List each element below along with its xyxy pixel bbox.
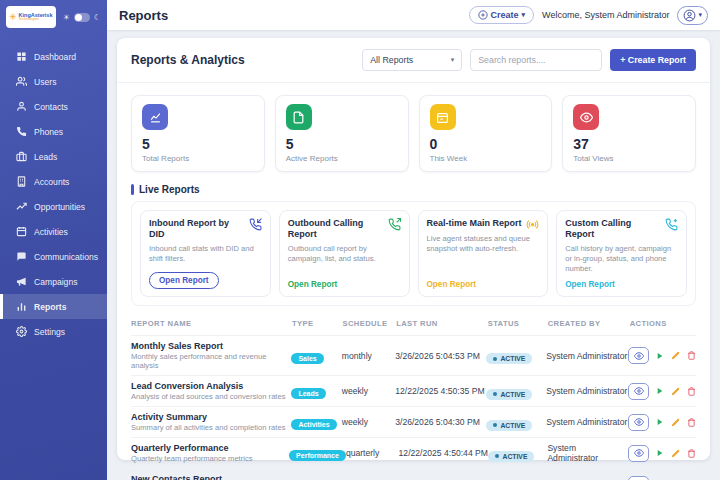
sidebar-item-phones[interactable]: Phones (0, 119, 107, 144)
user-menu-button[interactable]: ▾ (677, 6, 708, 25)
sidebar-item-reports[interactable]: Reports (0, 294, 107, 319)
play-icon (656, 352, 664, 360)
calendar-icon (16, 226, 27, 237)
table-row: Quarterly PerformanceQuarterly team perf… (131, 438, 696, 469)
reports-panel: Reports & Analytics All Reports ▾ + Crea… (117, 38, 710, 460)
trend-chart-icon (16, 201, 27, 212)
open-report-link[interactable]: Open Report (565, 274, 678, 289)
open-report-link[interactable]: Open Report (427, 274, 540, 289)
sidebar-item-activities[interactable]: Activities (0, 219, 107, 244)
live-card-inbound: Inbound Report by DID Inbound call stats… (140, 210, 271, 297)
trash-icon (687, 418, 696, 427)
panel-title: Reports & Analytics (131, 53, 245, 67)
live-card-custom: Custom Calling Report Call history by ag… (556, 210, 687, 297)
live-reports-row: Inbound Report by DID Inbound call stats… (131, 201, 696, 306)
users-icon (16, 76, 27, 87)
theme-switcher: ☀ ☾ (63, 13, 101, 22)
trash-icon (687, 449, 696, 458)
chevron-down-icon: ▾ (522, 11, 526, 19)
report-filter-select[interactable]: All Reports ▾ (362, 49, 462, 71)
run-button[interactable] (656, 352, 664, 360)
delete-button[interactable] (687, 418, 696, 427)
stat-total-reports: 5 Total Reports (131, 95, 265, 172)
phone-plus-icon (665, 218, 678, 231)
phone-outgoing-icon (388, 218, 401, 231)
theme-toggle[interactable] (74, 13, 90, 22)
sidebar-item-campaigns[interactable]: Campaigns (0, 269, 107, 294)
sidebar-item-dashboard[interactable]: Dashboard (0, 44, 107, 69)
brand-logo[interactable]: ✳ KingAsterisk Technologies (6, 6, 56, 28)
search-input[interactable] (470, 49, 602, 71)
eye-icon (634, 448, 644, 458)
bar-chart-icon (16, 301, 27, 312)
sidebar-item-settings[interactable]: Settings (0, 319, 107, 344)
type-badge: Performance (289, 450, 346, 461)
pencil-icon (671, 387, 680, 396)
building-icon (16, 176, 27, 187)
file-icon (292, 111, 305, 124)
sidebar-item-users[interactable]: Users (0, 69, 107, 94)
run-button[interactable] (656, 387, 664, 395)
table-row: Activity SummarySummary of all activitie… (131, 407, 696, 438)
delete-button[interactable] (687, 449, 696, 458)
sidebar-item-leads[interactable]: Leads (0, 144, 107, 169)
chevron-down-icon: ▾ (451, 56, 455, 64)
sidebar-header: ✳ KingAsterisk Technologies ☀ ☾ (0, 0, 107, 34)
delete-button[interactable] (687, 387, 696, 396)
open-report-button[interactable]: Open Report (149, 266, 262, 289)
stat-this-week: 0 This Week (419, 95, 553, 172)
view-button[interactable] (628, 445, 649, 462)
app-window: ✳ KingAsterisk Technologies ☀ ☾ Dashboar… (0, 0, 720, 480)
main-content: Reports & Analytics All Reports ▾ + Crea… (107, 30, 720, 480)
run-button[interactable] (656, 449, 664, 457)
dashboard-icon (16, 51, 27, 62)
page-title: Reports (119, 8, 168, 23)
open-report-link[interactable]: Open Report (288, 274, 401, 289)
edit-button[interactable] (671, 351, 680, 360)
table-row: Lead Conversion AnalysisAnalysis of lead… (131, 376, 696, 407)
live-card-realtime: Real-time Main Report Live agent statuse… (418, 210, 549, 297)
broadcast-icon (526, 218, 539, 231)
pencil-icon (671, 418, 680, 427)
run-button[interactable] (656, 418, 664, 426)
chat-icon (16, 251, 27, 262)
play-icon (656, 449, 664, 457)
status-badge: ACTIVE (486, 420, 532, 431)
topbar: Reports Create ▾ Welcome, System Adminis… (107, 0, 720, 30)
pencil-icon (671, 351, 680, 360)
sidebar-item-contacts[interactable]: Contacts (0, 94, 107, 119)
type-badge: Leads (291, 388, 325, 399)
view-button[interactable] (628, 347, 649, 364)
edit-button[interactable] (671, 418, 680, 427)
type-badge: Sales (291, 353, 323, 364)
eye-icon (634, 351, 644, 361)
megaphone-icon (16, 276, 27, 287)
trash-icon (687, 387, 696, 396)
circle-plus-icon (478, 10, 488, 20)
calendar-week-icon (436, 111, 449, 124)
view-button[interactable] (628, 414, 649, 431)
sidebar-item-opportunities[interactable]: Opportunities (0, 194, 107, 219)
eye-icon (580, 111, 593, 124)
briefcase-icon (16, 151, 27, 162)
phone-incoming-icon (249, 218, 262, 231)
contact-icon (16, 101, 27, 112)
sidebar-item-accounts[interactable]: Accounts (0, 169, 107, 194)
view-button[interactable] (628, 383, 649, 400)
create-report-button[interactable]: + Create Report (610, 49, 696, 71)
edit-button[interactable] (671, 387, 680, 396)
create-button[interactable]: Create ▾ (469, 6, 535, 24)
stat-total-views: 37 Total Views (562, 95, 696, 172)
eye-icon (634, 417, 644, 427)
pencil-icon (671, 449, 680, 458)
sidebar-item-communications[interactable]: Communications (0, 244, 107, 269)
welcome-text: Welcome, System Administrator (542, 10, 669, 20)
edit-button[interactable] (671, 449, 680, 458)
delete-button[interactable] (687, 351, 696, 360)
trash-icon (687, 351, 696, 360)
accent-bar (131, 184, 134, 195)
table-header-row: REPORT NAME TYPE SCHEDULE LAST RUN STATU… (131, 312, 696, 336)
sidebar: ✳ KingAsterisk Technologies ☀ ☾ Dashboar… (0, 0, 107, 480)
type-badge: Activities (291, 419, 336, 430)
view-button[interactable] (628, 476, 649, 480)
